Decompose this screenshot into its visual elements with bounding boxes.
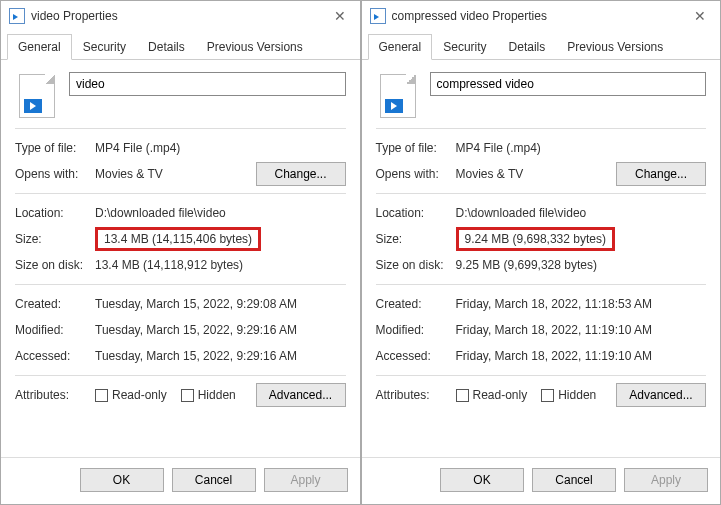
properties-window-left: video Properties ✕ General Security Deta… — [0, 0, 361, 505]
titlebar: compressed video Properties ✕ — [362, 1, 721, 31]
filename-input[interactable] — [430, 72, 707, 96]
tab-general[interactable]: General — [368, 34, 433, 60]
video-file-icon — [370, 8, 386, 24]
attributes-label: Attributes: — [15, 388, 95, 402]
advanced-button[interactable]: Advanced... — [256, 383, 346, 407]
accessed-value: Friday, March 18, 2022, 11:19:10 AM — [456, 349, 707, 363]
size-value: 9.24 MB (9,698,332 bytes) — [456, 227, 615, 251]
location-value: D:\downloaded file\video — [456, 206, 707, 220]
created-value: Friday, March 18, 2022, 11:18:53 AM — [456, 297, 707, 311]
tab-security[interactable]: Security — [72, 34, 137, 60]
tab-previous-versions[interactable]: Previous Versions — [556, 34, 674, 60]
accessed-label: Accessed: — [376, 349, 456, 363]
size-label: Size: — [376, 232, 456, 246]
size-value: 13.4 MB (14,115,406 bytes) — [95, 227, 261, 251]
ok-button[interactable]: OK — [440, 468, 524, 492]
opens-with-value: Movies & TV — [456, 167, 617, 181]
footer: OK Cancel Apply — [362, 457, 721, 504]
checkbox-icon — [456, 389, 469, 402]
location-value: D:\downloaded file\video — [95, 206, 346, 220]
tab-security[interactable]: Security — [432, 34, 497, 60]
attributes-label: Attributes: — [376, 388, 456, 402]
readonly-checkbox[interactable]: Read-only — [456, 388, 528, 402]
size-on-disk-label: Size on disk: — [15, 258, 95, 272]
hidden-label: Hidden — [198, 388, 236, 402]
type-label: Type of file: — [376, 141, 456, 155]
advanced-button[interactable]: Advanced... — [616, 383, 706, 407]
tab-previous-versions[interactable]: Previous Versions — [196, 34, 314, 60]
ok-button[interactable]: OK — [80, 468, 164, 492]
size-on-disk-value: 13.4 MB (14,118,912 bytes) — [95, 258, 346, 272]
readonly-label: Read-only — [473, 388, 528, 402]
file-type-icon — [380, 74, 416, 118]
close-icon[interactable]: ✕ — [328, 8, 352, 24]
opens-with-label: Opens with: — [376, 167, 456, 181]
cancel-button[interactable]: Cancel — [172, 468, 256, 492]
readonly-checkbox[interactable]: Read-only — [95, 388, 167, 402]
modified-label: Modified: — [15, 323, 95, 337]
opens-with-value: Movies & TV — [95, 167, 256, 181]
opens-with-label: Opens with: — [15, 167, 95, 181]
accessed-label: Accessed: — [15, 349, 95, 363]
created-label: Created: — [15, 297, 95, 311]
hidden-checkbox[interactable]: Hidden — [541, 388, 596, 402]
checkbox-icon — [541, 389, 554, 402]
close-icon[interactable]: ✕ — [688, 8, 712, 24]
tabs: General Security Details Previous Versio… — [1, 33, 360, 60]
location-label: Location: — [15, 206, 95, 220]
checkbox-icon — [181, 389, 194, 402]
modified-value: Tuesday, March 15, 2022, 9:29:16 AM — [95, 323, 346, 337]
hidden-label: Hidden — [558, 388, 596, 402]
tab-details[interactable]: Details — [498, 34, 557, 60]
window-title: video Properties — [31, 9, 118, 23]
file-type-icon — [19, 74, 55, 118]
tab-details[interactable]: Details — [137, 34, 196, 60]
hidden-checkbox[interactable]: Hidden — [181, 388, 236, 402]
apply-button[interactable]: Apply — [264, 468, 348, 492]
filename-input[interactable] — [69, 72, 346, 96]
change-button[interactable]: Change... — [256, 162, 346, 186]
change-button[interactable]: Change... — [616, 162, 706, 186]
apply-button[interactable]: Apply — [624, 468, 708, 492]
type-value: MP4 File (.mp4) — [456, 141, 707, 155]
tab-general[interactable]: General — [7, 34, 72, 60]
accessed-value: Tuesday, March 15, 2022, 9:29:16 AM — [95, 349, 346, 363]
type-value: MP4 File (.mp4) — [95, 141, 346, 155]
created-value: Tuesday, March 15, 2022, 9:29:08 AM — [95, 297, 346, 311]
size-on-disk-label: Size on disk: — [376, 258, 456, 272]
readonly-label: Read-only — [112, 388, 167, 402]
footer: OK Cancel Apply — [1, 457, 360, 504]
content: Type of file: MP4 File (.mp4) Opens with… — [1, 60, 360, 457]
tabs: General Security Details Previous Versio… — [362, 33, 721, 60]
video-file-icon — [9, 8, 25, 24]
created-label: Created: — [376, 297, 456, 311]
location-label: Location: — [376, 206, 456, 220]
content: Type of file: MP4 File (.mp4) Opens with… — [362, 60, 721, 457]
size-on-disk-value: 9.25 MB (9,699,328 bytes) — [456, 258, 707, 272]
cancel-button[interactable]: Cancel — [532, 468, 616, 492]
type-label: Type of file: — [15, 141, 95, 155]
window-title: compressed video Properties — [392, 9, 547, 23]
modified-value: Friday, March 18, 2022, 11:19:10 AM — [456, 323, 707, 337]
properties-window-right: compressed video Properties ✕ General Se… — [361, 0, 722, 505]
modified-label: Modified: — [376, 323, 456, 337]
titlebar: video Properties ✕ — [1, 1, 360, 31]
size-label: Size: — [15, 232, 95, 246]
checkbox-icon — [95, 389, 108, 402]
